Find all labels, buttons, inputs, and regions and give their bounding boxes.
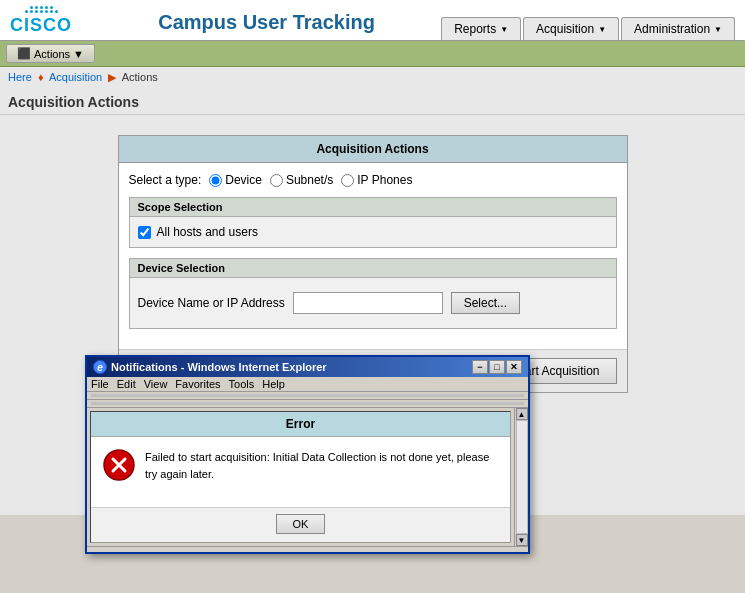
error-icon [103,449,135,481]
page-title: Acquisition Actions [0,88,745,115]
header: CISCO Campus User Tracking Reports ▼ Acq… [0,0,745,41]
select-button[interactable]: Select... [451,292,520,314]
breadcrumb: Here ♦ Acquisition ▶ Actions [0,67,745,88]
scope-section: Scope Selection All hosts and users [129,197,617,248]
ie-dialog: e Notifications - Windows Internet Explo… [85,355,530,554]
type-device-label[interactable]: Device [209,173,262,187]
cisco-logo-text: CISCO [10,15,72,36]
ie-menu-file[interactable]: File [91,378,109,390]
scope-header: Scope Selection [130,198,616,217]
device-name-input[interactable] [293,292,443,314]
ie-menu-favorites[interactable]: Favorites [175,378,220,390]
acq-panel-header: Acquisition Actions [119,136,627,163]
ie-close-button[interactable]: ✕ [506,360,522,374]
type-subnet-label[interactable]: Subnet/s [270,173,333,187]
ie-scrollbar-track [516,420,528,534]
error-header: Error [91,412,510,437]
ie-menu-help[interactable]: Help [262,378,285,390]
ie-browser-icon: e [93,360,107,374]
cisco-dots-decoration [30,6,53,9]
device-body: Device Name or IP Address Select... [130,278,616,328]
type-device-radio[interactable] [209,174,222,187]
acquisition-arrow: ▼ [598,25,606,34]
ie-titlebar-buttons: − □ ✕ [472,360,522,374]
type-ipphones-label[interactable]: IP Phones [341,173,412,187]
scope-body: All hosts and users [130,217,616,247]
ie-menu-tools[interactable]: Tools [229,378,255,390]
breadcrumb-acquisition[interactable]: Acquisition [49,71,102,83]
actions-button[interactable]: ⬛ Actions ▼ [6,44,95,63]
device-header: Device Selection [130,259,616,278]
acq-panel-body: Select a type: Device Subnet/s IP Phones… [119,163,627,349]
type-row: Select a type: Device Subnet/s IP Phones [129,173,617,187]
ie-ok-row: OK [91,507,510,542]
ie-scrollbar-down[interactable]: ▼ [516,534,528,546]
nav-reports[interactable]: Reports ▼ [441,17,521,40]
actions-icon: ⬛ [17,47,31,60]
ie-menubar: File Edit View Favorites Tools Help [87,377,528,392]
ie-scrollbar-up[interactable]: ▲ [516,408,528,420]
administration-arrow: ▼ [714,25,722,34]
main-nav: Reports ▼ Acquisition ▼ Administration ▼ [441,17,735,40]
scope-checkbox-row: All hosts and users [138,225,608,239]
actions-arrow: ▼ [73,48,84,60]
ie-menu-view[interactable]: View [144,378,168,390]
ie-statusbar [87,546,528,552]
error-message: Failed to start acquisition: Initial Dat… [145,449,498,482]
breadcrumb-sep1: ♦ [38,71,44,83]
breadcrumb-actions: Actions [122,71,158,83]
ie-ok-button[interactable]: OK [276,514,326,534]
all-hosts-checkbox[interactable] [138,226,151,239]
breadcrumb-here[interactable]: Here [8,71,32,83]
ie-titlebar: e Notifications - Windows Internet Explo… [87,357,528,377]
reports-arrow: ▼ [500,25,508,34]
ie-main-content: Error Failed to start acquisition: Initi… [90,411,511,543]
error-body: Failed to start acquisition: Initial Dat… [91,437,510,507]
breadcrumb-sep2: ▶ [108,71,116,83]
ie-menu-edit[interactable]: Edit [117,378,136,390]
type-label: Select a type: [129,173,202,187]
cisco-logo: CISCO [10,6,72,36]
ie-scrollbar: ▲ ▼ [514,408,528,546]
device-section: Device Selection Device Name or IP Addre… [129,258,617,329]
ie-content-area: Error Failed to start acquisition: Initi… [87,408,528,546]
type-ipphones-radio[interactable] [341,174,354,187]
nav-acquisition[interactable]: Acquisition ▼ [523,17,619,40]
type-subnet-radio[interactable] [270,174,283,187]
ie-dialog-title: Notifications - Windows Internet Explore… [111,361,327,373]
nav-administration[interactable]: Administration ▼ [621,17,735,40]
device-row: Device Name or IP Address Select... [138,286,608,320]
ie-toolbar-2 [87,400,528,408]
ie-restore-button[interactable]: □ [489,360,505,374]
device-name-label: Device Name or IP Address [138,296,285,310]
ie-titlebar-left: e Notifications - Windows Internet Explo… [93,360,327,374]
ie-toolbar-1 [87,392,528,400]
toolbar: ⬛ Actions ▼ [0,41,745,67]
ie-minimize-button[interactable]: − [472,360,488,374]
app-title: Campus User Tracking [92,11,441,34]
all-hosts-label: All hosts and users [157,225,258,239]
